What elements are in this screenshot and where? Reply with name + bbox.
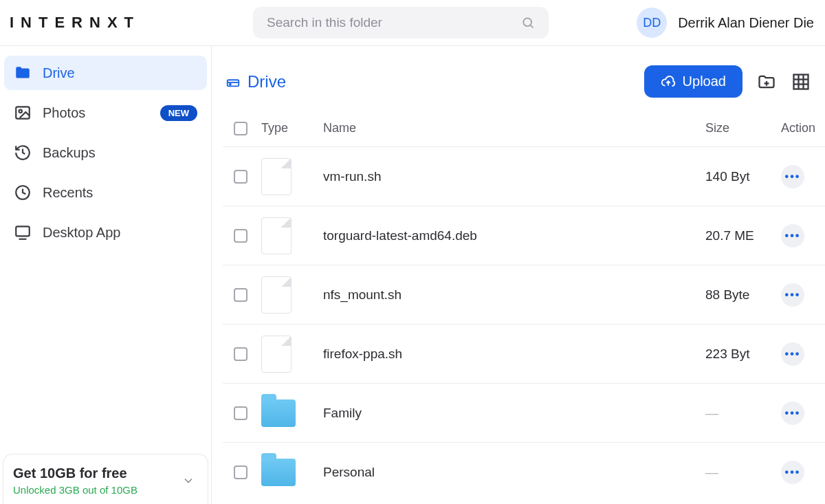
file-icon xyxy=(261,336,292,373)
new-folder-button[interactable] xyxy=(756,72,777,92)
storage-title: Get 10GB for free xyxy=(13,465,138,481)
search-wrap xyxy=(253,7,549,39)
sidebar: Drive Photos NEW Backups Recents xyxy=(0,46,212,504)
sidebar-item-photos[interactable]: Photos NEW xyxy=(4,96,207,130)
row-actions-button[interactable]: ••• xyxy=(781,402,804,425)
search-input[interactable] xyxy=(267,15,521,30)
svg-point-8 xyxy=(230,83,231,85)
svg-point-0 xyxy=(523,18,531,26)
grid-view-button[interactable] xyxy=(791,72,811,92)
sidebar-item-backups[interactable]: Backups xyxy=(4,135,207,170)
row-checkbox[interactable] xyxy=(234,406,248,420)
row-checkbox[interactable] xyxy=(234,347,248,361)
search-icon xyxy=(521,16,535,30)
clock-icon xyxy=(14,184,32,201)
upload-cloud-icon xyxy=(661,74,676,89)
row-actions-button[interactable]: ••• xyxy=(781,165,804,188)
file-icon xyxy=(261,158,292,195)
file-size: 88 Byte xyxy=(705,287,781,303)
image-icon xyxy=(14,104,32,122)
file-size: 140 Byt xyxy=(705,169,781,184)
new-badge: NEW xyxy=(160,105,197,121)
row-checkbox[interactable] xyxy=(234,170,248,184)
file-name: nfs_mount.sh xyxy=(323,287,705,303)
table-header: Type Name Size Action xyxy=(223,113,825,147)
file-name: Family xyxy=(323,406,705,421)
folder-icon xyxy=(261,459,296,486)
table-row[interactable]: torguard-latest-amd64.deb20.7 ME••• xyxy=(223,206,825,265)
sidebar-item-label: Backups xyxy=(43,145,197,161)
main-content: Drive Upload Type Name xyxy=(212,46,825,504)
storage-card[interactable]: Get 10GB for free Unlocked 3GB out of 10… xyxy=(3,454,208,504)
app-logo[interactable]: INTERNXT xyxy=(10,14,140,32)
file-list: vm-run.sh140 Byt•••torguard-latest-amd64… xyxy=(223,147,825,502)
chevron-down-icon xyxy=(182,474,195,487)
row-actions-button[interactable]: ••• xyxy=(781,342,804,366)
sidebar-item-label: Photos xyxy=(43,105,149,121)
svg-rect-5 xyxy=(16,226,30,236)
sidebar-item-label: Recents xyxy=(43,185,197,201)
row-actions-button[interactable]: ••• xyxy=(781,224,804,248)
file-name: firefox-ppa.sh xyxy=(323,347,705,362)
sidebar-nav: Drive Photos NEW Backups Recents xyxy=(4,56,207,250)
row-checkbox[interactable] xyxy=(234,288,248,302)
row-actions-button[interactable]: ••• xyxy=(781,461,804,484)
sidebar-item-desktop-app[interactable]: Desktop App xyxy=(4,215,207,250)
sidebar-item-recents[interactable]: Recents xyxy=(4,175,207,210)
select-all-checkbox[interactable] xyxy=(234,122,248,135)
page-header: Drive Upload xyxy=(223,46,825,113)
col-name[interactable]: Name xyxy=(323,121,705,135)
sidebar-item-label: Drive xyxy=(43,65,197,81)
file-size: 20.7 ME xyxy=(705,228,781,243)
table-row[interactable]: firefox-ppa.sh223 Byt••• xyxy=(223,325,825,384)
table-row[interactable]: nfs_mount.sh88 Byte••• xyxy=(223,265,825,325)
file-size: 223 Byt xyxy=(705,347,781,362)
col-type[interactable]: Type xyxy=(261,121,323,135)
table-row[interactable]: vm-run.sh140 Byt••• xyxy=(223,147,825,206)
row-checkbox[interactable] xyxy=(234,465,248,479)
upload-label: Upload xyxy=(683,74,726,89)
file-size: — xyxy=(705,465,781,480)
storage-subtitle: Unlocked 3GB out of 10GB xyxy=(13,484,138,496)
file-name: vm-run.sh xyxy=(323,169,705,184)
app-header: INTERNXT DD Derrik Alan Diener Die xyxy=(0,0,825,46)
folder-icon xyxy=(14,64,32,82)
breadcrumb-label: Drive xyxy=(248,72,286,91)
hard-drive-icon xyxy=(226,74,241,89)
folder-icon xyxy=(261,399,296,427)
user-name: Derrik Alan Diener Die xyxy=(678,15,814,31)
svg-point-3 xyxy=(19,110,22,113)
search-field[interactable] xyxy=(253,7,549,39)
svg-rect-11 xyxy=(794,74,808,89)
file-size: — xyxy=(705,406,781,421)
file-icon xyxy=(261,217,292,254)
upload-button[interactable]: Upload xyxy=(644,65,742,98)
table-row[interactable]: Family—••• xyxy=(223,384,825,443)
history-icon xyxy=(14,144,32,162)
col-size[interactable]: Size xyxy=(705,121,781,135)
svg-line-1 xyxy=(531,25,534,28)
user-menu[interactable]: DD Derrik Alan Diener Die xyxy=(637,8,814,38)
table-row[interactable]: Personal—••• xyxy=(223,443,825,502)
col-action: Action xyxy=(781,121,825,135)
row-checkbox[interactable] xyxy=(234,229,248,243)
page-actions: Upload xyxy=(644,65,811,98)
sidebar-item-drive[interactable]: Drive xyxy=(4,56,207,90)
file-name: torguard-latest-amd64.deb xyxy=(323,228,705,243)
monitor-icon xyxy=(14,223,32,241)
avatar: DD xyxy=(637,8,667,38)
sidebar-item-label: Desktop App xyxy=(43,225,197,241)
file-name: Personal xyxy=(323,465,705,480)
file-icon xyxy=(261,276,292,314)
row-actions-button[interactable]: ••• xyxy=(781,283,804,307)
breadcrumb[interactable]: Drive xyxy=(226,72,286,91)
